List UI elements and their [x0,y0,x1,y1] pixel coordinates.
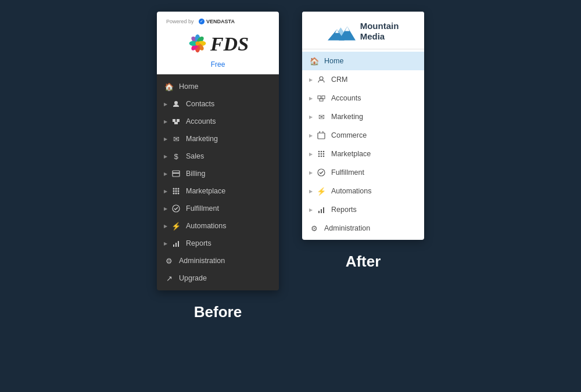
svg-point-17 [178,188,180,190]
after-commerce-icon [316,130,327,141]
brand-name-line1: Mountain [360,21,399,31]
after-arrow-accounts: ▶ [309,96,314,101]
after-nav-item-marketing[interactable]: ▶ ✉ Marketing [302,107,424,126]
svg-point-20 [178,190,180,192]
after-accounts-icon [316,93,327,103]
after-label: After [346,253,381,271]
svg-point-15 [173,188,175,190]
brand-name-line2: Media [360,31,399,42]
svg-rect-25 [173,244,174,247]
after-nav-label-fulfillment: Fulfillment [331,168,364,177]
after-nav-label-marketing: Marketing [331,113,363,121]
before-nav-label-automations: Automations [186,222,226,230]
after-marketing-icon: ✉ [316,112,327,122]
svg-point-16 [175,188,177,190]
before-nav-label-marketing: Marketing [186,135,218,143]
before-nav-item-home[interactable]: 🏠 Home [157,78,279,95]
svg-point-45 [321,156,322,157]
before-panel-wrapper: Powered by ✓ VENDASTA [157,12,279,321]
home-icon: 🏠 [164,81,174,92]
after-arrow-marketplace: ▶ [309,152,314,157]
svg-rect-14 [173,172,180,174]
after-nav-label-automations: Automations [331,187,371,195]
after-nav-item-reports[interactable]: ▶ Reports [302,200,424,219]
svg-rect-11 [177,119,180,122]
page-container: Powered by ✓ VENDASTA [0,0,581,392]
contacts-icon [171,99,181,109]
after-nav-label-commerce: Commerce [331,131,367,139]
after-nav-item-administration[interactable]: ⚙ Administration [302,219,424,238]
administration-icon: ⚙ [164,256,174,266]
before-nav-label-billing: Billing [186,170,205,178]
svg-point-46 [323,156,325,157]
reports-icon [171,238,181,249]
before-nav-item-automations[interactable]: ▶ ⚡ Automations [157,217,279,235]
svg-rect-26 [175,243,177,247]
after-nav-item-marketplace[interactable]: ▶ Marketplace [302,145,424,163]
svg-point-19 [175,190,177,192]
fds-logo-area: FDS [187,29,249,57]
after-nav-item-automations[interactable]: ▶ ⚡ Automations [302,182,424,200]
after-crm-icon [316,74,327,85]
after-nav-item-fulfillment[interactable]: ▶ Fulfillment [302,163,424,182]
arrow-reports: ▶ [164,241,168,246]
before-nav-item-marketplace[interactable]: ▶ Marketplace [157,182,279,200]
powered-by-text: Powered by [166,19,194,24]
after-nav-item-home[interactable]: 🏠 Home [302,52,424,70]
before-nav-item-upgrade[interactable]: ↗ Upgrade [157,269,279,287]
before-nav-item-administration[interactable]: ⚙ Administration [157,252,279,269]
before-header: Powered by ✓ VENDASTA [157,12,279,74]
before-panel: Powered by ✓ VENDASTA [157,12,279,290]
marketplace-icon [171,186,181,196]
after-arrow-commerce: ▶ [309,133,314,138]
after-nav-item-crm[interactable]: ▶ CRM [302,70,424,89]
svg-point-43 [323,153,325,155]
before-nav-label-reports: Reports [186,239,211,247]
before-nav-item-marketing[interactable]: ▶ ✉ Marketing [157,130,279,148]
powered-by-row: Powered by ✓ VENDASTA [166,19,235,24]
after-nav: 🏠 Home ▶ CRM ▶ [302,49,424,240]
after-home-icon: 🏠 [309,56,320,66]
after-nav-label-crm: CRM [331,75,347,84]
after-nav-label-marketplace: Marketplace [331,150,371,158]
before-nav-item-accounts[interactable]: ▶ Accounts [157,113,279,130]
svg-point-18 [173,190,175,192]
before-nav-item-reports[interactable]: ▶ Reports [157,235,279,252]
after-arrow-automations: ▶ [309,189,314,194]
svg-rect-37 [318,133,325,139]
after-arrow-marketing: ▶ [309,114,314,120]
after-fulfillment-icon [316,167,327,178]
svg-point-40 [323,151,325,153]
after-nav-label-administration: Administration [324,224,370,232]
after-nav-label-home: Home [324,57,343,65]
vendasta-logo-text: VENDASTA [206,19,235,24]
before-nav-label-administration: Administration [179,257,225,265]
mountain-logo-row: Mountain Media [328,21,399,42]
before-nav-label-marketplace: Marketplace [186,187,225,195]
svg-point-22 [175,193,177,195]
marketing-icon: ✉ [171,134,181,144]
svg-point-23 [178,193,180,195]
after-nav-item-commerce[interactable]: ▶ Commerce [302,126,424,145]
before-nav-item-sales[interactable]: ▶ $ Sales [157,148,279,165]
after-nav-label-reports: Reports [331,206,357,214]
before-nav-item-billing[interactable]: ▶ Billing [157,165,279,182]
before-nav-item-contacts[interactable]: ▶ Contacts [157,95,279,113]
before-nav: 🏠 Home ▶ Contacts ▶ [157,74,279,290]
mountain-media-text: Mountain Media [360,21,399,42]
before-nav-label-home: Home [179,82,198,91]
before-nav-item-fulfillment[interactable]: ▶ Fulfillment [157,200,279,217]
free-link[interactable]: Free [211,60,225,69]
after-panel: Mountain Media 🏠 Home ▶ [302,12,424,240]
svg-point-38 [318,151,320,153]
arrow-marketplace: ▶ [164,189,168,194]
svg-rect-49 [321,209,322,213]
before-nav-label-contacts: Contacts [186,100,214,108]
after-nav-item-accounts[interactable]: ▶ Accounts [302,89,424,107]
svg-rect-34 [318,96,321,99]
svg-point-42 [321,153,322,155]
arrow-marketing: ▶ [164,136,168,142]
svg-point-39 [321,151,322,153]
svg-point-44 [318,156,320,157]
svg-rect-35 [322,96,325,99]
